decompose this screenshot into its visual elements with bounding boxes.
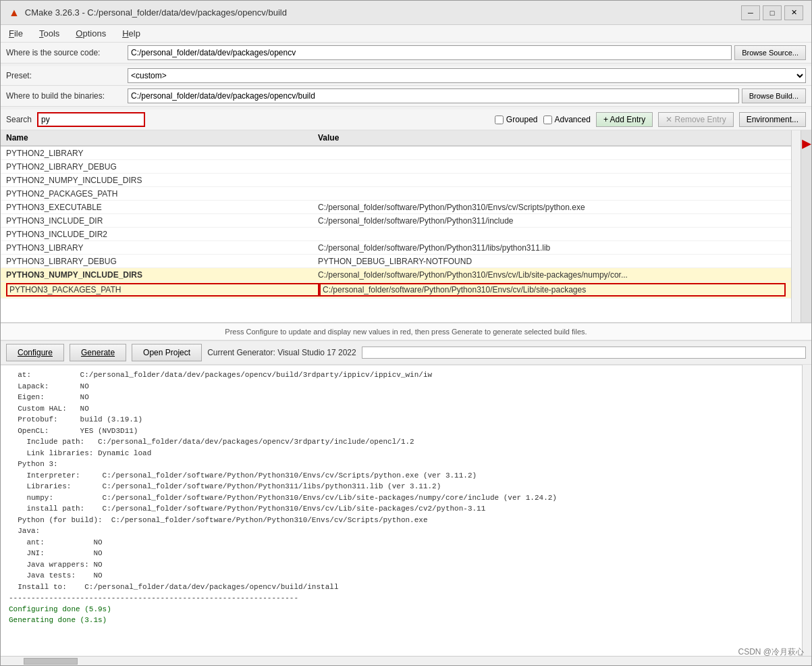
cell-value: C:/personal_folder/software/Python/Pytho… — [318, 216, 786, 226]
menu-help[interactable]: Help — [119, 27, 143, 40]
cell-value: PYTHON_DEBUG_LIBRARY-NOTFOUND — [318, 257, 786, 266]
search-label: Search — [6, 115, 32, 124]
scroll-thumb[interactable] — [24, 658, 78, 665]
generator-text: Current Generator: Visual Studio 17 2022 — [207, 348, 356, 357]
side-strip: ◀ — [801, 130, 811, 322]
preset-label: Preset: — [6, 71, 128, 80]
add-entry-button[interactable]: + Add Entry — [596, 112, 653, 127]
progress-bar — [362, 347, 806, 359]
remove-entry-button[interactable]: ✕ Remove Entry — [658, 112, 733, 127]
output-line: Java: — [9, 526, 794, 537]
build-input[interactable] — [128, 88, 739, 103]
output-line: ant: NO — [9, 537, 794, 548]
cell-value: C:/personal_folder/software/Python/Pytho… — [318, 243, 786, 253]
output-line: Eigen: NO — [9, 392, 794, 403]
menu-file[interactable]: File — [6, 27, 26, 40]
table-row[interactable]: PYTHON3_NUMPY_INCLUDE_DIRSC:/personal_fo… — [1, 268, 791, 282]
table-row[interactable]: PYTHON3_PACKAGES_PATHC:/personal_folder/… — [1, 282, 791, 299]
table-row[interactable]: PYTHON3_INCLUDE_DIR2 — [1, 228, 791, 241]
col-value-header: Value — [318, 133, 786, 143]
horizontal-scrollbar[interactable] — [1, 656, 811, 665]
browse-source-button[interactable]: Browse Source... — [734, 45, 806, 60]
table-row[interactable]: PYTHON2_LIBRARY — [1, 147, 791, 160]
table-body: PYTHON2_LIBRARYPYTHON2_LIBRARY_DEBUGPYTH… — [1, 147, 791, 322]
output-line: numpy: C:/personal_folder/software/Pytho… — [9, 492, 794, 504]
watermark: CSDN @冷月萩心 — [738, 646, 804, 658]
bottom-toolbar: Configure Generate Open Project Current … — [1, 340, 811, 365]
cell-name: PYTHON3_INCLUDE_DIR2 — [6, 230, 318, 239]
table-header: Name Value — [1, 130, 791, 147]
table-row[interactable]: PYTHON2_LIBRARY_DEBUG — [1, 160, 791, 174]
cell-name: PYTHON3_LIBRARY_DEBUG — [6, 257, 318, 266]
cmake-icon: ▲ — [9, 7, 20, 19]
grouped-checkbox[interactable] — [495, 116, 504, 124]
advanced-checkbox-group: Advanced — [543, 115, 591, 124]
preset-select[interactable]: <custom> — [128, 68, 806, 83]
table-row[interactable]: PYTHON3_LIBRARYC:/personal_folder/softwa… — [1, 241, 791, 255]
advanced-label: Advanced — [555, 115, 591, 124]
environment-button[interactable]: Environment... — [739, 112, 806, 127]
output-line: Libraries: C:/personal_folder/software/P… — [9, 481, 794, 492]
main-window: ▲ CMake 3.26.3 - C:/personal_folder/data… — [0, 0, 812, 666]
window-title: CMake 3.26.3 - C:/personal_folder/data/d… — [25, 7, 287, 18]
table-row[interactable]: PYTHON3_INCLUDE_DIRC:/personal_folder/so… — [1, 214, 791, 228]
cell-name: PYTHON3_NUMPY_INCLUDE_DIRS — [6, 270, 318, 280]
window-controls: ─ □ ✕ — [741, 5, 803, 20]
cell-name: PYTHON2_LIBRARY — [6, 149, 318, 158]
table-row[interactable]: PYTHON3_LIBRARY_DEBUGPYTHON_DEBUG_LIBRAR… — [1, 255, 791, 268]
preset-row: Preset: <custom> — [1, 66, 811, 86]
cell-name: PYTHON2_PACKAGES_PATH — [6, 189, 318, 199]
output-line: Include path: C:/personal_folder/data/de… — [9, 436, 794, 448]
output-line: Interpreter: C:/personal_folder/software… — [9, 470, 794, 482]
col-name-header: Name — [6, 133, 318, 143]
table-row[interactable]: PYTHON2_PACKAGES_PATH — [1, 187, 791, 201]
output-line: ----------------------------------------… — [9, 592, 794, 604]
title-bar-left: ▲ CMake 3.26.3 - C:/personal_folder/data… — [9, 7, 287, 19]
source-input[interactable] — [128, 45, 732, 60]
cell-value: C:/personal_folder/software/Python/Pytho… — [318, 203, 786, 212]
output-line: Java wrappers: NO — [9, 559, 794, 571]
output-line: Java tests: NO — [9, 570, 794, 582]
menu-bar: File Tools Options Help — [1, 25, 811, 43]
output-line: Python (for build): C:/personal_folder/s… — [9, 515, 794, 526]
output-line: install path: C:/personal_folder/softwar… — [9, 503, 794, 515]
open-project-button[interactable]: Open Project — [132, 344, 202, 361]
output-scrollbar[interactable] — [802, 365, 811, 656]
menu-options[interactable]: Options — [73, 27, 109, 40]
grouped-label: Grouped — [506, 115, 538, 124]
output-line: OpenCL: YES (NVD3D11) — [9, 426, 794, 437]
output-line: Lapack: NO — [9, 381, 794, 392]
configure-button[interactable]: Configure — [6, 344, 64, 361]
output-area[interactable]: at: C:/personal_folder/data/dev/packages… — [1, 365, 802, 656]
output-line: Configuring done (5.9s) — [9, 604, 794, 615]
cell-name: PYTHON2_NUMPY_INCLUDE_DIRS — [6, 176, 318, 185]
search-row: Search Grouped Advanced + Add Entry ✕ Re… — [1, 109, 811, 130]
browse-build-button[interactable]: Browse Build... — [742, 88, 806, 103]
table-scrollbar[interactable] — [791, 130, 801, 322]
grouped-checkbox-group: Grouped — [495, 115, 538, 124]
table-section: Name Value PYTHON2_LIBRARYPYTHON2_LIBRAR… — [1, 130, 811, 323]
build-label: Where to build the binaries: — [6, 91, 128, 101]
output-line: Custom HAL: NO — [9, 403, 794, 415]
cell-value: C:/personal_folder/software/Python/Pytho… — [319, 283, 786, 297]
side-indicator: ◀ — [799, 138, 812, 153]
output-line: Link libraries: Dynamic load — [9, 448, 794, 459]
generate-button[interactable]: Generate — [70, 344, 126, 361]
cell-name: PYTHON2_LIBRARY_DEBUG — [6, 162, 318, 172]
build-row: Where to build the binaries: Browse Buil… — [1, 86, 811, 107]
table-row[interactable]: PYTHON3_EXECUTABLEC:/personal_folder/sof… — [1, 201, 791, 214]
source-label: Where is the source code: — [6, 48, 128, 57]
advanced-checkbox[interactable] — [543, 116, 552, 124]
cell-value: C:/personal_folder/software/Python/Pytho… — [318, 270, 786, 280]
menu-tools[interactable]: Tools — [36, 27, 62, 40]
output-line: Protobuf: build (3.19.1) — [9, 414, 794, 426]
cell-name: PYTHON3_EXECUTABLE — [6, 203, 318, 212]
maximize-button[interactable]: □ — [763, 5, 782, 20]
minimize-button[interactable]: ─ — [741, 5, 760, 20]
search-input[interactable] — [37, 112, 145, 127]
title-bar: ▲ CMake 3.26.3 - C:/personal_folder/data… — [1, 1, 811, 25]
cell-name: PYTHON3_LIBRARY — [6, 243, 318, 253]
table-row[interactable]: PYTHON2_NUMPY_INCLUDE_DIRS — [1, 174, 791, 187]
close-button[interactable]: ✕ — [784, 5, 803, 20]
output-line: Install to: C:/personal_folder/data/dev/… — [9, 582, 794, 593]
